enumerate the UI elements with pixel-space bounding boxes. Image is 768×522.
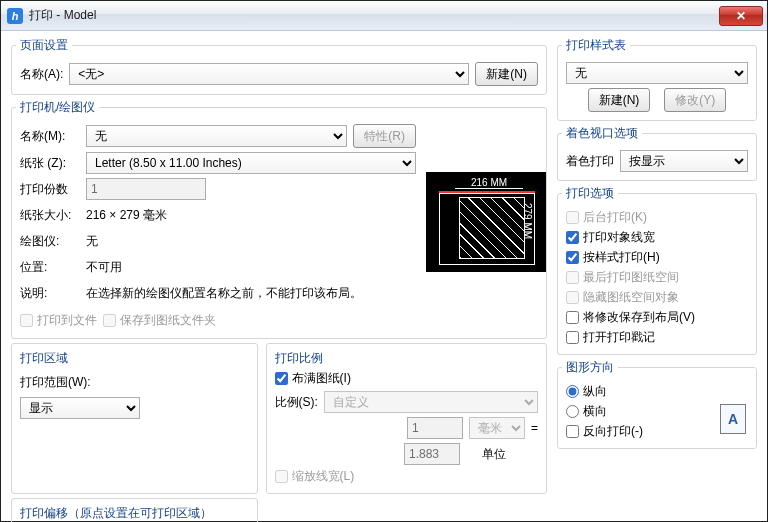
close-button[interactable]: ✕	[719, 6, 763, 26]
plotrange-select[interactable]: 显示	[20, 397, 140, 419]
scale-label: 比例(S):	[275, 394, 318, 411]
opt-plot-stamp-check[interactable]: 打开打印戳记	[566, 329, 748, 346]
save-to-sheetset-check: 保存到图纸文件夹	[103, 312, 216, 329]
desc-label: 说明:	[20, 285, 80, 302]
shade-label: 着色打印	[566, 153, 614, 170]
plotscale-legend: 打印比例	[271, 350, 538, 367]
shade-group: 着色视口选项 着色打印 按显示	[557, 125, 757, 181]
options-group: 打印选项 后台打印(K) 打印对象线宽 按样式打印(H) 最后打印图纸空间 隐藏…	[557, 185, 757, 355]
paper-label: 纸张 (Z):	[20, 155, 80, 172]
style-new-button[interactable]: 新建(N)	[588, 88, 651, 112]
page-setup-new-button[interactable]: 新建(N)	[475, 62, 538, 86]
content-area: 页面设置 名称(A): <无> 新建(N) 打印机/绘图仪 名称(M): 无 特…	[1, 31, 767, 522]
scale-a-unit: 毫米	[469, 417, 525, 439]
shade-legend: 着色视口选项	[562, 125, 642, 142]
offset-legend: 打印偏移（原点设置在可打印区域）	[16, 505, 249, 522]
preview-width: 216 MM	[455, 177, 523, 189]
page-setup-name-select[interactable]: <无>	[69, 63, 469, 85]
papersize-value: 216 × 279 毫米	[86, 207, 167, 224]
plotter-label: 绘图仪:	[20, 233, 80, 250]
location-label: 位置:	[20, 259, 80, 276]
copies-value	[86, 178, 206, 200]
printer-group: 打印机/绘图仪 名称(M): 无 特性(R) 纸张 (Z): Letter (8…	[11, 99, 547, 339]
style-select[interactable]: 无	[566, 62, 748, 84]
scale-b-unit: 单位	[466, 446, 522, 463]
desc-value: 在选择新的绘图仪配置名称之前，不能打印该布局。	[86, 285, 362, 302]
titlebar[interactable]: h 打印 - Model ✕	[1, 1, 767, 31]
window-title: 打印 - Model	[29, 7, 719, 24]
printer-props-button: 特性(R)	[353, 124, 416, 148]
orient-portrait-radio[interactable]: 纵向	[566, 383, 748, 400]
opt-bystyle-check[interactable]: 按样式打印(H)	[566, 249, 748, 266]
scale-a-input	[407, 417, 463, 439]
printer-name-select[interactable]: 无	[86, 125, 347, 147]
scale-eq: =	[531, 421, 538, 435]
orient-group: 图形方向 纵向 横向 反向打印(-) A	[557, 359, 757, 449]
preview-hatch	[459, 197, 525, 259]
orientation-icon: A	[720, 404, 746, 434]
options-legend: 打印选项	[562, 185, 618, 202]
print-to-file-check: 打印到文件	[20, 312, 97, 329]
opt-paperspace-last-check: 最后打印图纸空间	[566, 269, 748, 286]
fit-to-paper-check[interactable]: 布满图纸(I)	[275, 370, 538, 387]
location-value: 不可用	[86, 259, 122, 276]
orient-legend: 图形方向	[562, 359, 618, 376]
opt-save-to-layout-check[interactable]: 将修改保存到布局(V)	[566, 309, 748, 326]
paper-preview: 216 MM 279 MM	[426, 172, 546, 272]
app-icon: h	[7, 8, 23, 24]
papersize-label: 纸张大小:	[20, 207, 80, 224]
paper-select[interactable]: Letter (8.50 x 11.00 Inches)	[86, 152, 416, 174]
opt-background-check: 后台打印(K)	[566, 209, 748, 226]
style-legend: 打印样式表	[562, 37, 630, 54]
scale-lineweights-check: 缩放线宽(L)	[275, 468, 538, 485]
shade-select[interactable]: 按显示	[620, 150, 748, 172]
page-setup-legend: 页面设置	[16, 37, 72, 54]
opt-lineweights-check[interactable]: 打印对象线宽	[566, 229, 748, 246]
page-setup-group: 页面设置 名称(A): <无> 新建(N)	[11, 37, 547, 95]
print-dialog: h 打印 - Model ✕ 页面设置 名称(A): <无> 新建(N) 打印机…	[0, 0, 768, 522]
plotrange-label: 打印范围(W):	[20, 374, 91, 391]
plotarea-legend: 打印区域	[16, 350, 249, 367]
plotter-value: 无	[86, 233, 98, 250]
printer-legend: 打印机/绘图仪	[16, 99, 99, 116]
copies-label: 打印份数	[20, 181, 80, 198]
scale-select: 自定义	[324, 391, 538, 413]
preview-height: 279 MM	[521, 203, 533, 239]
opt-hide-ps-objects-check: 隐藏图纸空间对象	[566, 289, 748, 306]
scale-b-input	[404, 443, 460, 465]
style-group: 打印样式表 无 新建(N) 修改(Y)	[557, 37, 757, 121]
style-modify-button: 修改(Y)	[664, 88, 726, 112]
page-setup-name-label: 名称(A):	[20, 66, 63, 83]
printer-name-label: 名称(M):	[20, 128, 80, 145]
